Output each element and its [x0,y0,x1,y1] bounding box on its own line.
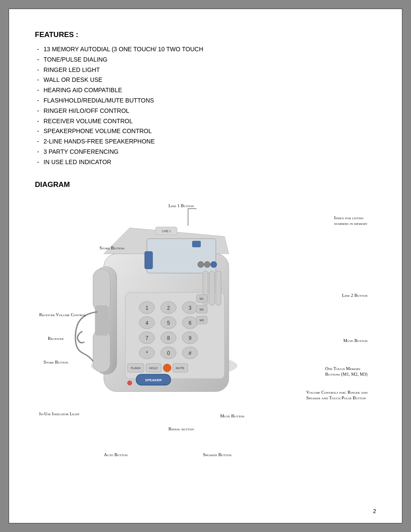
svg-rect-46 [216,271,221,305]
svg-text:*: * [146,350,148,356]
svg-text:9: 9 [189,335,192,341]
svg-rect-9 [192,241,201,247]
svg-rect-45 [209,271,215,305]
svg-text:M2: M2 [199,308,204,311]
list-item: IN USE LED INDICATOR [35,157,376,168]
phone-diagram: 1 2 3 4 5 6 7 8 9 [69,202,250,460]
features-list: 13 MEMORY AUTODIAL (3 ONE TOUCH/ 10 TWO … [35,44,376,168]
svg-rect-8 [145,252,153,269]
svg-point-49 [211,261,217,268]
label-redial-button: Redial button [168,426,194,432]
list-item: RECEIVER VOLUME CONTROL [35,116,376,127]
label-store-button-top: Store Button [100,245,124,251]
list-item: SPEAKERPHONE VOLUME CONTROL [35,126,376,137]
svg-text:M1: M1 [199,297,204,300]
label-one-touch-memory: One Touch Memory Buttons (M1, M2, M3) [325,366,367,377]
features-section: FEATURES : 13 MEMORY AUTODIAL (3 ONE TOU… [35,31,376,168]
list-item: 2-LINE HANDS-FREE SPEAKERPHONE [35,137,376,147]
list-item: RINGER LED LIGHT [35,65,376,75]
svg-text:6: 6 [189,320,192,326]
svg-text:FLASH: FLASH [131,367,141,370]
list-item: RINGER HI/LO/OFF CONTROL [35,106,376,116]
list-item: HEARING AID COMPATIBLE [35,85,376,96]
svg-text:8: 8 [167,335,170,341]
label-volume-controls: Volume Controls for: Ringer and Speaker … [306,389,367,401]
list-item: FLASH/HOLD/REDIAL/MUTE BUTTONS [35,96,376,106]
diagram-section: DIAGRAM [35,180,376,486]
svg-text:HOLD: HOLD [149,367,157,370]
svg-text:M3: M3 [199,319,204,322]
label-in-use-indicator: In-Use Indicator Light [39,411,80,417]
svg-text:LINE 1: LINE 1 [162,230,171,233]
svg-text:#: # [189,350,192,356]
label-mute-button-bottom: Mute Button [220,413,244,419]
svg-text:4: 4 [146,320,149,326]
svg-text:1: 1 [146,305,149,311]
label-store-button-bottom: Store Button [44,359,68,365]
label-speaker-button: Speaker Button [203,452,231,458]
svg-point-39 [163,364,171,372]
label-auto-button: Auto Button [104,452,128,458]
svg-text:2: 2 [167,305,170,311]
list-item: TONE/PULSE DIALING [35,55,376,65]
page-number: 2 [373,508,376,514]
features-title: FEATURES : [35,31,376,39]
svg-point-47 [198,261,204,268]
page: FEATURES : 13 MEMORY AUTODIAL (3 ONE TOU… [9,9,402,523]
diagram-title: DIAGRAM [35,180,376,189]
svg-text:0: 0 [167,350,170,356]
svg-text:3: 3 [189,305,192,311]
label-index-listing: Index for listing numbers in memory [334,215,367,227]
svg-point-58 [128,381,132,385]
diagram-area: 1 2 3 4 5 6 7 8 9 [35,193,376,486]
label-mute-button-top: Mute Button [343,338,367,344]
label-receiver-volume: Receiver Volume Control [39,312,86,317]
svg-text:SPEAKER: SPEAKER [145,378,162,382]
svg-text:MUTE: MUTE [176,367,184,370]
list-item: 13 MEMORY AUTODIAL (3 ONE TOUCH/ 10 TWO … [35,44,376,55]
svg-text:7: 7 [146,335,149,341]
svg-rect-7 [147,239,216,273]
label-receiver: Receiver [48,336,64,342]
label-line1-button: Line 1 Button [168,203,194,209]
svg-point-48 [204,261,210,268]
list-item: WALL OR DESK USE [35,75,376,85]
svg-rect-6 [95,305,108,336]
label-line2-button: Line 2 Button [342,292,367,299]
list-item: 3 PARTY CONFERENCING [35,147,376,157]
svg-text:5: 5 [167,320,170,326]
